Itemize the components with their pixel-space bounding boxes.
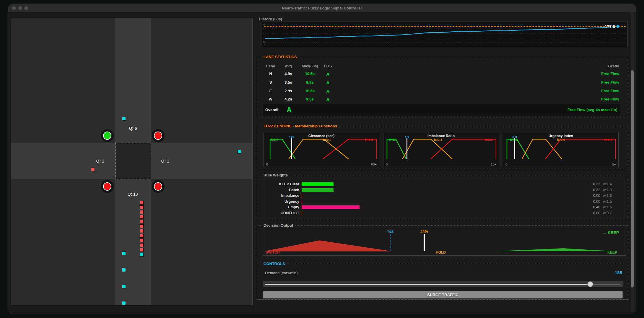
car <box>238 150 241 154</box>
rule-row: Batch0.22w:1.3 <box>263 188 626 193</box>
traffic-light-red <box>152 180 165 193</box>
slider-empty-track <box>593 284 620 285</box>
rule-label: Batch <box>263 188 299 192</box>
lane-avg: 2.9s <box>282 89 295 93</box>
rule-weight-value: w:1.3 <box>596 188 612 192</box>
membership-label: H:0.0 <box>604 138 612 142</box>
membership-label: S:0.2 <box>271 138 278 142</box>
col-grade: Grade <box>531 64 619 68</box>
car <box>140 253 144 257</box>
threshold-marker-line <box>391 234 391 251</box>
demand-slider-handle[interactable] <box>588 281 593 287</box>
col-los: LOS <box>321 64 334 68</box>
table-row: N 4.9s 10.5s A Free Flow <box>257 72 628 77</box>
lane-los: A <box>321 97 334 102</box>
lane-max: 8.8s <box>298 80 322 85</box>
fuzzy-engine-title: FUZZY ENGINE - Membership Functions <box>262 124 339 128</box>
membership-label: S:1.0 <box>510 138 518 142</box>
traffic-light-bulb <box>103 182 111 191</box>
output-percent-label: 44% <box>420 229 428 234</box>
scrollbar-thumb[interactable] <box>631 70 634 288</box>
demand-slider[interactable] <box>263 281 623 287</box>
rule-activation-bar <box>302 194 302 198</box>
lane-statistics-section: LANE STATISTICS Lane Avg Max(60s) LOS Gr… <box>257 57 628 117</box>
traffic-light-red <box>152 129 165 142</box>
membership-label: M:0.4 <box>434 138 442 142</box>
overall-grade-row: Overall: A Free Flow (avg:4s max:11s) <box>263 104 620 116</box>
lane-name: W <box>265 97 277 101</box>
crisp-input-marker-label: 1.9 <box>405 135 409 139</box>
dashboard-panel: History (60s) 3 0 177.0 LANE STATISTICS … <box>255 12 630 311</box>
membership-label: M:0.2 <box>323 138 331 142</box>
car <box>140 210 144 214</box>
simulation-canvas: Q: 6Q: 1Q: 1Q: 13 <box>11 18 253 305</box>
x-min-label: 0 <box>505 163 507 166</box>
car <box>122 285 126 288</box>
lane-los: A <box>321 89 334 94</box>
history-ymax-label: 3 <box>263 22 265 26</box>
car <box>140 238 144 242</box>
car <box>140 248 144 252</box>
rule-label: Empty <box>263 205 299 209</box>
col-max: Max(60s) <box>298 64 322 68</box>
car <box>140 243 144 247</box>
hold-label: HOLD <box>436 250 446 254</box>
vertical-scrollbar[interactable] <box>630 12 634 312</box>
rule-weight-value: w:1.3 <box>596 194 612 198</box>
history-ymin-label: 0 <box>263 40 265 44</box>
membership-plot <box>267 137 377 161</box>
queue-count-label: Q: 6 <box>129 126 137 131</box>
rule-label: Urgency <box>263 199 299 204</box>
rule-weights-section: Rule Weights KEEP Clear0.22w:1.4Batch0.2… <box>257 175 628 219</box>
rule-activation-bar <box>302 205 360 209</box>
traffic-light-red <box>101 180 114 193</box>
membership-chart-urgency: Urgency Index05+0.3S:1.0M:0.0H:0.0 <box>503 133 619 167</box>
queue-count-label: Q: 13 <box>127 192 138 197</box>
intersection-box <box>115 143 151 179</box>
decision-output-title: Decision Output <box>262 223 295 228</box>
table-row: W 4.2s 9.5s A Free Flow <box>257 97 628 102</box>
output-marker-bar <box>424 234 425 251</box>
window-titlebar: Neuro-Traffic: Fuzzy Logic Signal Contro… <box>8 4 636 12</box>
rule-activation-bar <box>302 211 302 215</box>
car <box>140 224 144 228</box>
rule-row: CONFLICT0.00w:0.7 <box>263 211 626 216</box>
demand-label: Demand (cars/min): <box>265 271 299 275</box>
rule-label: CONFLICT <box>263 211 299 215</box>
traffic-light-green <box>101 129 114 142</box>
lane-max: 9.5s <box>298 97 322 101</box>
overall-grade-text: Free Flow (avg:4s max:11s) <box>567 108 617 112</box>
threshold-marker-label: T:35 <box>387 230 393 233</box>
overall-label: Overall: <box>265 108 279 112</box>
lane-los: A <box>321 80 334 85</box>
traffic-light-bulb <box>103 132 111 140</box>
lane-los: A <box>321 72 334 77</box>
decision-result-badge: → KEEP <box>602 230 619 235</box>
col-avg: Avg <box>282 64 295 68</box>
controls-title: CONTROLS <box>262 262 287 266</box>
car <box>122 301 126 305</box>
rule-weight-value: w:1.4 <box>596 182 612 186</box>
crisp-input-marker-label: 12s <box>289 135 294 139</box>
surge-traffic-button[interactable]: SURGE TRAFFIC <box>263 291 623 298</box>
rule-weight-value: w:1.5 <box>596 199 612 204</box>
membership-chart-clearance: Clearance (sec)060+12sS:0.2M:0.2H:0.0 <box>264 133 379 167</box>
lane-grade: Free Flow <box>531 89 619 93</box>
lane-avg: 4.9s <box>282 72 295 76</box>
rule-weight-value: w:1.6 <box>596 205 612 209</box>
keep-label: KEEP <box>607 250 617 254</box>
history-threshold-line <box>264 26 626 27</box>
rule-row: KEEP Clear0.22w:1.4 <box>263 182 626 187</box>
history-chart: 3 0 177.0 <box>262 22 628 47</box>
lane-grade: Free Flow <box>531 80 619 85</box>
table-row: E 2.9s 10.6s A Free Flow <box>257 89 628 94</box>
lane-grade: Free Flow <box>531 72 619 76</box>
membership-label: H:0.0 <box>365 138 373 142</box>
car <box>140 229 144 233</box>
lane-avg: 3.5s <box>282 80 295 85</box>
lane-name: E <box>265 89 277 93</box>
traffic-light-bulb <box>154 132 162 140</box>
history-current-value: 177.0 <box>605 24 615 29</box>
membership-label: M:0.0 <box>557 138 565 142</box>
car <box>91 168 95 171</box>
